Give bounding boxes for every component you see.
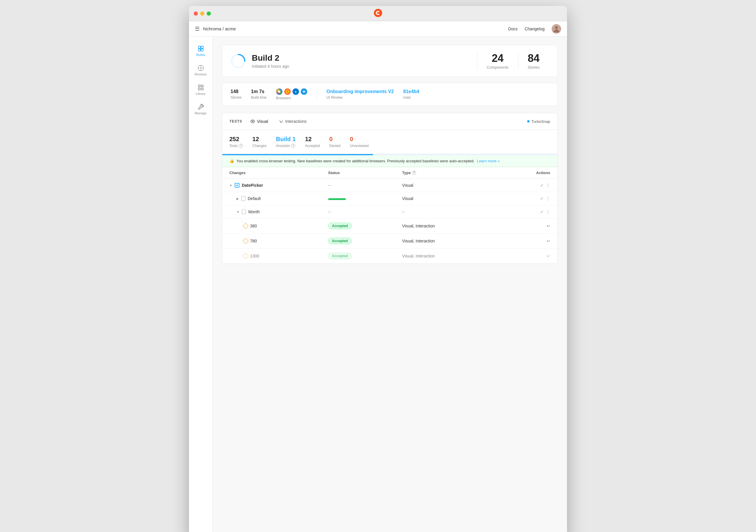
table-row: ▶ Default Visual ✓ ⋮ xyxy=(222,192,557,205)
ancestor-help-icon[interactable]: ? xyxy=(291,144,295,148)
build-stories-info: 148 Stories xyxy=(230,89,241,100)
total-tests-label: Tests ? xyxy=(230,144,243,148)
commit-link[interactable]: 81e4b4 xyxy=(403,89,419,94)
ui-review-link[interactable]: Onboarding improvements V2 xyxy=(326,89,393,94)
diamond-icon xyxy=(243,253,249,259)
story-icon xyxy=(242,210,246,214)
status-bar-indicator xyxy=(328,198,346,200)
component-name-datepicker: ▼ DatePicker xyxy=(230,183,328,188)
minimize-button[interactable] xyxy=(200,12,204,15)
banner-emoji: 👍 xyxy=(230,159,234,163)
col-type: Type xyxy=(402,170,411,175)
table-row: 1300 Accepted Visual, Interaction ↩ xyxy=(222,249,557,264)
diamond-icon xyxy=(243,223,249,229)
safari-icon xyxy=(301,89,307,95)
chevron-down-icon[interactable]: ▼ xyxy=(236,210,239,214)
svg-rect-4 xyxy=(198,49,200,51)
changelog-link[interactable]: Changelog xyxy=(525,27,545,31)
col-actions: Actions xyxy=(501,170,550,175)
components-count: 24 xyxy=(487,52,509,64)
changes-label: Changes xyxy=(253,144,267,148)
svg-rect-8 xyxy=(201,85,203,87)
undo-icon[interactable]: ↩ xyxy=(547,224,550,228)
menu-icon[interactable]: ☰ xyxy=(195,26,200,32)
main-content: Build 2 Initiated 4 hours ago 24 Compone… xyxy=(213,37,567,532)
firefox-icon xyxy=(284,89,291,95)
build-header: Build 2 Initiated 4 hours ago 24 Compone… xyxy=(222,45,557,77)
app-logo xyxy=(374,9,382,17)
stat-accepted: 12 Accepted xyxy=(305,136,320,148)
table-row: ▼ DatePicker -- Visual ✓ ⋮ xyxy=(222,179,557,192)
story-name-default: ▶ Default xyxy=(230,196,328,201)
sidebar-item-library[interactable]: Library xyxy=(191,81,210,98)
interactions-icon xyxy=(279,119,284,124)
build-components-stat: 24 Components xyxy=(477,52,518,69)
undo-icon[interactable]: ↩ xyxy=(547,254,550,258)
accepted-badge: Accepted xyxy=(328,238,352,244)
default-type: Visual xyxy=(402,196,501,201)
brand-label: hichroma / acme xyxy=(203,26,236,31)
branch-label: main xyxy=(403,95,419,100)
datepicker-status: -- xyxy=(328,183,402,188)
svg-point-15 xyxy=(278,90,281,93)
chevron-down-icon[interactable]: ▼ xyxy=(230,184,232,187)
accept-icon[interactable]: ✓ xyxy=(540,183,544,188)
cross-browser-banner: 👍 You enabled cross-browser testing. New… xyxy=(222,155,557,167)
banner-text: You enabled cross-browser testing. New b… xyxy=(236,159,474,163)
more-icon[interactable]: ⋮ xyxy=(546,196,550,201)
chevron-right-icon[interactable]: ▶ xyxy=(236,197,239,200)
table-row: 380 Accepted Visual, Interaction ↩ xyxy=(222,218,557,234)
col-status: Status xyxy=(328,170,402,175)
datepicker-type: Visual xyxy=(402,183,501,188)
avatar[interactable] xyxy=(552,24,561,34)
month-label: Month xyxy=(248,210,260,214)
ancestor-label: Ancestor ? xyxy=(276,144,296,148)
story-780-type: Visual, Interaction xyxy=(402,239,501,243)
story-380-label: 380 xyxy=(250,224,257,228)
svg-point-18 xyxy=(286,91,288,92)
more-icon[interactable]: ⋮ xyxy=(546,210,550,214)
sidebar-item-builds[interactable]: Builds xyxy=(191,42,210,60)
tests-header: TESTS Visual Interactions xyxy=(222,113,557,130)
more-icon[interactable]: ⋮ xyxy=(546,183,550,188)
build-stories-stat: 84 Stories xyxy=(518,52,549,69)
sidebar-item-manage[interactable]: Manage xyxy=(191,101,210,118)
sidebar: Builds Reviews Library xyxy=(189,37,213,532)
month-type: -- xyxy=(402,210,501,214)
accept-icon[interactable]: ✓ xyxy=(540,210,544,214)
stat-denied: 0 Denied xyxy=(329,136,340,148)
month-status: -- xyxy=(328,210,402,214)
stat-unreviewed: 0 Unreviewed xyxy=(350,136,368,148)
sub-story-1300: 1300 xyxy=(230,254,328,258)
stat-total-tests: 252 Tests ? xyxy=(230,136,243,148)
undo-icon[interactable]: ↩ xyxy=(547,239,550,243)
build-browsers-info: e Browsers xyxy=(276,89,307,100)
maximize-button[interactable] xyxy=(207,12,211,15)
banner-learn-more-link[interactable]: Learn more » xyxy=(477,159,500,163)
close-button[interactable] xyxy=(194,12,198,15)
ancestor-build-value[interactable]: Build 1 xyxy=(276,136,296,142)
datepicker-label: DatePicker xyxy=(242,183,263,188)
accept-icon[interactable]: ✓ xyxy=(540,196,544,201)
story-icon xyxy=(241,196,245,201)
default-label: Default xyxy=(248,196,261,201)
svg-rect-9 xyxy=(198,88,200,90)
sidebar-item-reviews[interactable]: Reviews xyxy=(191,62,210,79)
build-time-value: 1m 7s xyxy=(251,89,267,94)
story-380-type: Visual, Interaction xyxy=(402,224,501,228)
tab-visual[interactable]: Visual xyxy=(248,118,270,125)
build-title: Build 2 xyxy=(252,53,289,63)
tab-visual-label: Visual xyxy=(257,119,268,124)
tests-help-icon[interactable]: ? xyxy=(239,144,243,148)
accepted-label: Accepted xyxy=(305,144,320,148)
sidebar-builds-label: Builds xyxy=(196,53,205,57)
col-changes: Changes xyxy=(230,170,328,175)
turbosnap-label: TurboSnap xyxy=(531,119,550,124)
type-help-icon[interactable]: ? xyxy=(412,171,416,175)
tab-interactions[interactable]: Interactions xyxy=(276,118,309,125)
story-1300-label: 1300 xyxy=(250,254,259,258)
accepted-value: 12 xyxy=(305,136,320,142)
build-info-bar: 148 Stories 1m 7s Build time xyxy=(222,83,557,106)
docs-link[interactable]: Docs xyxy=(508,27,518,31)
build-ui-review: Onboarding improvements V2 UI Review xyxy=(326,89,393,100)
